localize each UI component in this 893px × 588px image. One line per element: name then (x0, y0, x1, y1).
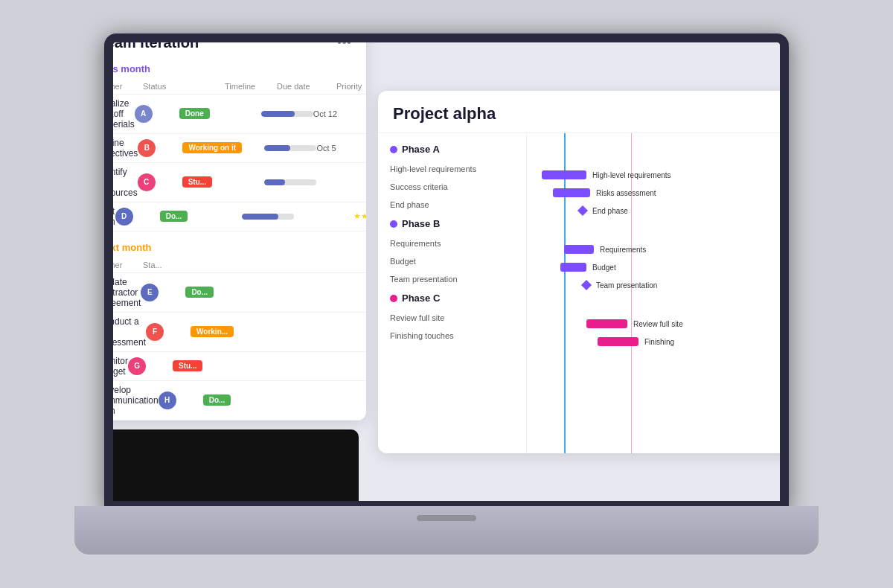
timeline-cell (242, 214, 294, 220)
phase-name: Phase A (402, 144, 440, 155)
gantt-phase-row (534, 145, 780, 166)
timeline-bar (242, 214, 278, 220)
laptop-wrapper: Team iteration ••• This month Owner Stat… (74, 33, 819, 555)
team-card-menu-icon[interactable]: ••• (337, 42, 351, 51)
avatar: B (138, 139, 156, 157)
black-image-bottom (113, 429, 359, 502)
phase-label: Phase B (378, 214, 526, 234)
gantt-bar (586, 319, 627, 328)
task-name: Refine objectives (113, 138, 138, 159)
status-badge: Done (179, 108, 210, 119)
owner-cell: D (115, 208, 160, 226)
status-cell: Stu... (173, 360, 255, 371)
gantt-row: Finishing (534, 333, 780, 351)
phase-name: Phase B (402, 218, 440, 229)
owner-cell: A (135, 105, 179, 123)
status-cell: Stu... (182, 176, 264, 188)
team-card-title: Team iteration (113, 42, 199, 51)
avatar: A (135, 105, 153, 123)
status-badge: Stu... (173, 360, 202, 371)
gantt-bar (598, 337, 638, 346)
table-row: Update contractor agreementEDo... (113, 273, 366, 313)
team-card-header: Team iteration ••• (113, 42, 366, 60)
left-column: Team iteration ••• This month Owner Stat… (113, 42, 366, 501)
gantt-bar-label: Review full site (633, 319, 683, 327)
task-name: Finalize kickoff materials (113, 98, 135, 130)
next-month-tasks: Update contractor agreementEDo...Conduct… (113, 273, 366, 421)
gantt-task-name: Review full site (378, 309, 526, 327)
gantt-row: End phase (534, 202, 780, 220)
this-month-tasks: Finalize kickoff materialsADoneOct 12★★★… (113, 95, 366, 231)
gantt-task-name: Finishing touches (378, 327, 526, 345)
due-date: Oct 12 (313, 109, 366, 118)
gantt-bar (560, 263, 586, 272)
avatar: F (146, 323, 164, 341)
gantt-chart-area: High-level requirementsRisks assessmentE… (527, 133, 780, 453)
screen-content: Team iteration ••• This month Owner Stat… (113, 42, 780, 501)
timeline-bar-container (264, 179, 316, 185)
gantt-task-name: High-level requirements (378, 160, 526, 178)
gantt-row: Requirements (534, 240, 780, 258)
this-month-table-header: Owner Status Timeline Due date Priority (113, 80, 366, 95)
owner-cell: F (146, 323, 191, 341)
gantt-phase-row (534, 294, 780, 315)
status-badge: Working on it (182, 142, 242, 153)
status-badge: Do... (160, 211, 188, 222)
timeline-cell (264, 145, 316, 151)
owner-cell: H (159, 392, 203, 409)
next-month-table-header: Owner Sta... (113, 259, 366, 273)
gantt-task-name: End phase (378, 196, 526, 214)
gantt-task-name: Requirements (378, 234, 526, 252)
timeline-bar (261, 111, 295, 117)
gantt-row: Review full site (534, 315, 780, 333)
task-name: Conduct a risk assessment (113, 316, 146, 348)
gantt-bar (542, 170, 586, 179)
right-column: Project alpha ••• Phase AHigh-level requ… (378, 91, 780, 453)
phase-dot (390, 146, 397, 153)
gantt-diamond-label: Team presentation (596, 281, 657, 289)
gantt-task-name: Team presentation (378, 270, 526, 288)
status-cell: Done (179, 108, 261, 119)
gantt-bars: High-level requirementsRisks assessmentE… (534, 139, 780, 447)
gantt-bar-label: Budget (592, 263, 616, 271)
timeline-cell (261, 111, 313, 117)
project-title: Project alpha (393, 104, 496, 124)
gantt-bar-label: Finishing (644, 337, 674, 345)
next-month-label: Next month (113, 239, 366, 259)
avatar: D (115, 208, 133, 226)
timeline-bar-container (242, 214, 294, 220)
status-cell: Working on it (182, 142, 264, 153)
owner-cell: B (138, 139, 182, 157)
table-row: Conduct a risk assessmentFWorkin... (113, 313, 366, 352)
gantt-bar-label: Risks assessment (596, 188, 656, 196)
priority-stars: ★★★★★ (353, 211, 366, 221)
gantt-row: High-level requirements (534, 166, 780, 184)
status-cell: Do... (160, 211, 242, 222)
owner-cell: G (128, 357, 173, 375)
task-name: Update contractor agreement (113, 277, 141, 308)
gantt-task-name: Budget (378, 252, 526, 270)
table-row: Refine objectivesBWorking on itOct 5★★★★… (113, 134, 366, 163)
status-cell: Workin... (191, 326, 272, 337)
due-date: Oct 5 (316, 144, 366, 153)
gantt-bar (564, 245, 594, 254)
laptop-base (74, 506, 819, 555)
gantt-bar (553, 188, 590, 197)
laptop-screen: Team iteration ••• This month Owner Stat… (104, 33, 789, 510)
gantt-diamond (581, 279, 592, 290)
laptop-notch (417, 515, 476, 521)
phase-dot (390, 220, 397, 228)
gantt-task-name: Success criteria (378, 178, 526, 196)
avatar: E (141, 284, 159, 301)
team-iteration-card: Team iteration ••• This month Owner Stat… (113, 42, 366, 421)
status-badge: Do... (185, 287, 214, 298)
gantt-phase-row (534, 220, 780, 240)
gantt-row: Risks assessment (534, 184, 780, 202)
project-alpha-card: Project alpha ••• Phase AHigh-level requ… (378, 91, 780, 453)
timeline-bar-container (261, 111, 313, 117)
owner-cell: E (141, 284, 185, 301)
task-name: Develop communication plan (113, 385, 159, 416)
timeline-bar (264, 179, 285, 185)
avatar: H (159, 392, 176, 409)
status-badge: Stu... (182, 176, 212, 188)
